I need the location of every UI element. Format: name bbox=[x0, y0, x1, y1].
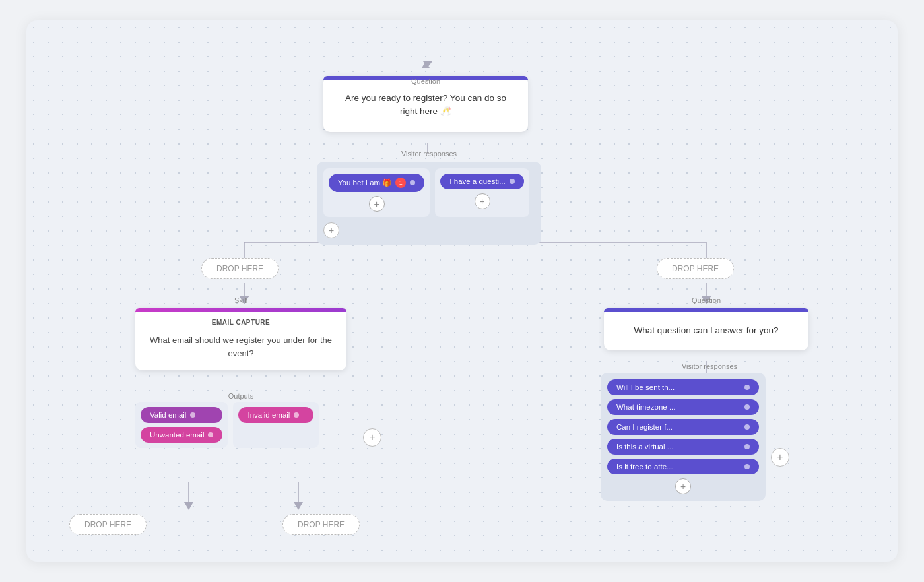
flow-canvas: Are you ready to register? You can do so… bbox=[26, 20, 898, 562]
drop-here-bottom-middle[interactable]: DROP HERE bbox=[282, 514, 360, 535]
skill-node-label: Skill bbox=[135, 296, 346, 304]
top-arrow-indicator bbox=[423, 61, 432, 67]
add-response-1-button[interactable]: + bbox=[369, 196, 385, 212]
output-col-1: Valid email Unwanted email bbox=[135, 402, 228, 448]
add-response-col-button[interactable]: + bbox=[323, 222, 339, 238]
skill-body: What email should we register you under … bbox=[135, 329, 346, 370]
right-responses-container: Will I be sent th... What timezone ... C… bbox=[601, 373, 766, 501]
output-unwanted-email[interactable]: Unwanted email bbox=[141, 427, 222, 443]
add-right-response-outer-button[interactable]: + bbox=[771, 448, 789, 467]
response-badge-1: 1 bbox=[395, 178, 406, 188]
add-right-response-button[interactable]: + bbox=[675, 478, 691, 494]
right-visitor-responses-label: Visitor responses bbox=[601, 362, 818, 370]
skill-node: EMAIL CAPTURE What email should we regis… bbox=[135, 308, 346, 370]
drop-here-left[interactable]: DROP HERE bbox=[201, 258, 279, 279]
add-response-2-button[interactable]: + bbox=[475, 193, 490, 209]
svg-marker-15 bbox=[184, 502, 193, 510]
top-responses-container: You bet I am 🎁 1 + I have a questi... + … bbox=[317, 162, 541, 245]
drop-here-bottom-left[interactable]: DROP HERE bbox=[69, 514, 147, 535]
response-pill-2-text: I have a questi... bbox=[449, 178, 505, 185]
output-valid-email[interactable]: Valid email bbox=[141, 407, 222, 423]
add-output-button[interactable]: + bbox=[363, 428, 381, 447]
response-dot-2 bbox=[510, 179, 515, 184]
right-question-text: What question can I answer for you? bbox=[604, 312, 808, 350]
outputs-row: Valid email Unwanted email Invalid email bbox=[135, 402, 319, 448]
response-dot-1 bbox=[410, 180, 415, 185]
right-response-4[interactable]: Is this a virtual ... bbox=[607, 439, 759, 455]
output-invalid-email[interactable]: Invalid email bbox=[238, 407, 314, 423]
drop-here-right[interactable]: DROP HERE bbox=[657, 258, 734, 279]
response-pill-1[interactable]: You bet I am 🎁 1 bbox=[329, 174, 424, 192]
right-question-label: Question bbox=[604, 296, 808, 304]
top-visitor-responses-label: Visitor responses bbox=[317, 150, 541, 158]
skill-title: EMAIL CAPTURE bbox=[135, 312, 346, 329]
response-pill-1-text: You bet I am 🎁 bbox=[338, 178, 391, 187]
response-col-1: You bet I am 🎁 1 + bbox=[323, 168, 430, 217]
right-response-2[interactable]: What timezone ... bbox=[607, 399, 759, 415]
svg-marker-17 bbox=[294, 502, 303, 510]
right-question-node: What question can I answer for you? bbox=[604, 308, 808, 350]
outputs-label: Outputs bbox=[135, 392, 346, 400]
right-response-1[interactable]: Will I be sent th... bbox=[607, 379, 759, 395]
output-col-2: Invalid email bbox=[233, 402, 319, 448]
response-col-2: I have a questi... + bbox=[435, 168, 529, 217]
right-response-3[interactable]: Can I register f... bbox=[607, 419, 759, 435]
top-question-text: Are you ready to register? You can do so… bbox=[323, 80, 528, 132]
right-response-5[interactable]: Is it free to atte... bbox=[607, 459, 759, 474]
top-question-label: Question bbox=[323, 77, 528, 85]
outputs-section: Valid email Unwanted email Invalid email bbox=[135, 402, 319, 448]
response-pill-2[interactable]: I have a questi... bbox=[440, 174, 523, 189]
